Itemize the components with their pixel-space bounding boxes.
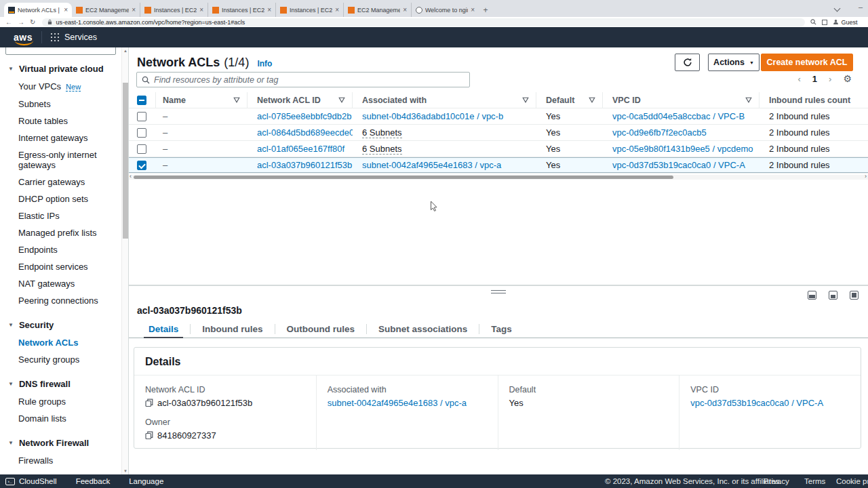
page-number[interactable]: 1 xyxy=(812,74,817,84)
sidebar-item-dhcp-option-sets[interactable]: DHCP option sets xyxy=(0,190,128,207)
subnets-popover-link[interactable]: 6 Subnets xyxy=(362,127,402,138)
sidebar-item-nat-gateways[interactable]: NAT gateways xyxy=(0,275,128,292)
associated-link[interactable]: subnet-0b4d36adabd10c01e / vpc-b xyxy=(362,111,503,121)
copy-icon[interactable] xyxy=(145,399,153,407)
sidebar-item-elastic-ips[interactable]: Elastic IPs xyxy=(0,207,128,224)
sidebar-item-firewall-policies[interactable]: Firewall policies xyxy=(0,469,128,474)
header-cell-name[interactable]: Name xyxy=(156,92,248,108)
create-network-acl-button[interactable]: Create network ACL xyxy=(761,54,853,71)
vpc-id-link[interactable]: vpc-0d9e6fb7f2ec0acb5 xyxy=(612,127,707,138)
scrollbar-thumb[interactable] xyxy=(134,176,673,179)
address-bar[interactable]: us-east-1.console.aws.amazon.com/vpc/hom… xyxy=(42,18,805,26)
acl-id-link[interactable]: acl-01af065ee167ff80f xyxy=(257,144,344,154)
info-link[interactable]: Info xyxy=(257,59,272,68)
footer-terms-link[interactable]: Terms xyxy=(804,474,825,488)
header-cell-vpc-id[interactable]: VPC ID xyxy=(603,92,760,108)
header-cell-default[interactable]: Default xyxy=(536,92,603,108)
panel-drag-handle-icon[interactable] xyxy=(491,290,506,293)
tabs-overflow-chevron-icon[interactable] xyxy=(834,5,841,12)
browser-tab[interactable]: Instances | EC2 Management Co × xyxy=(140,3,208,17)
services-menu-button[interactable]: Services xyxy=(51,33,97,42)
footer-language-link[interactable]: Language xyxy=(129,477,163,485)
layout-split-icon[interactable] xyxy=(829,291,837,300)
refresh-button[interactable] xyxy=(675,54,700,71)
side-panel-icon[interactable] xyxy=(822,20,827,25)
vpc-id-link[interactable]: vpc-0ca5dd04e5a8ccbac / VPC-B xyxy=(612,111,745,121)
actions-button[interactable]: Actions ▼ xyxy=(708,54,760,71)
row-checkbox-checked[interactable] xyxy=(137,161,146,170)
window-minimize-icon[interactable]: – xyxy=(859,3,863,11)
table-row[interactable]: – acl-01af065ee167ff80f 6 Subnets Yes vp… xyxy=(129,141,868,157)
filter-icon[interactable] xyxy=(745,97,752,103)
header-cell-inbound-count[interactable]: Inbound rules count xyxy=(760,92,868,108)
sidebar-scrollbar[interactable]: ▲ ▼ xyxy=(121,47,128,474)
row-checkbox[interactable] xyxy=(137,144,146,154)
scroll-up-icon[interactable]: ▲ xyxy=(123,49,127,53)
row-checkbox[interactable] xyxy=(137,112,146,121)
select-all-checkbox[interactable] xyxy=(137,96,146,105)
tab-subnet-associations[interactable]: Subnet associations xyxy=(367,320,479,338)
browser-tab[interactable]: Instances | EC2 Management Co × xyxy=(208,3,275,17)
copy-icon[interactable] xyxy=(145,431,153,440)
filter-icon[interactable] xyxy=(522,97,529,103)
acl-id-link[interactable]: acl-0785ee8ebbfc9db2b xyxy=(257,111,352,121)
scroll-right-icon[interactable]: › xyxy=(865,173,867,180)
scroll-left-icon[interactable]: ‹ xyxy=(130,173,132,180)
footer-feedback-link[interactable]: Feedback xyxy=(76,477,111,485)
tab-close-icon[interactable]: × xyxy=(335,6,339,14)
tab-close-icon[interactable]: × xyxy=(403,6,407,14)
acl-id-link[interactable]: acl-03a037b960121f53b xyxy=(257,160,352,170)
scrollbar-thumb[interactable] xyxy=(123,83,128,239)
sidebar-item-network-acls[interactable]: Network ACLs xyxy=(0,334,128,351)
filter-icon[interactable] xyxy=(233,97,240,103)
subnets-popover-link[interactable]: 6 Subnets xyxy=(362,144,402,155)
sidebar-item-rule-groups[interactable]: Rule groups xyxy=(0,393,128,410)
sidebar-item-egress-only-internet-gateways[interactable]: Egress-only internet gateways xyxy=(0,146,128,174)
header-cell-acl-id[interactable]: Network ACL ID xyxy=(248,92,353,108)
acl-id-link[interactable]: acl-0864d5bd689eecde0 xyxy=(257,127,353,138)
resource-filter-box[interactable] xyxy=(136,72,470,87)
sidebar-item-peering-connections[interactable]: Peering connections xyxy=(0,292,128,309)
section-header-security[interactable]: ▼ Security xyxy=(0,316,128,334)
browser-profile-chip[interactable]: Guest xyxy=(833,19,857,26)
tab-outbound-rules[interactable]: Outbound rules xyxy=(275,320,367,338)
associated-link[interactable]: subnet-0042af4965e4e1683 / vpc-a xyxy=(362,160,501,170)
forward-icon[interactable]: → xyxy=(18,18,24,26)
tab-tags[interactable]: Tags xyxy=(479,320,524,338)
sidebar-item-managed-prefix-lists[interactable]: Managed prefix lists xyxy=(0,224,128,241)
vpc-id-link[interactable]: vpc-05e9b80f1431b9ee5 / vpcdemo xyxy=(612,144,753,154)
prev-page-icon[interactable]: ‹ xyxy=(798,74,801,84)
tab-close-icon[interactable]: × xyxy=(64,6,68,14)
layout-full-icon[interactable] xyxy=(850,291,859,300)
sidebar-item-domain-lists[interactable]: Domain lists xyxy=(0,410,128,427)
header-cell-associated[interactable]: Associated with xyxy=(353,92,536,108)
sidebar-item-internet-gateways[interactable]: Internet gateways xyxy=(0,129,128,146)
section-header-network-firewall[interactable]: ▼ Network Firewall xyxy=(0,434,128,452)
table-row[interactable]: – acl-0864d5bd689eecde0 6 Subnets Yes vp… xyxy=(129,125,868,141)
back-icon[interactable]: ← xyxy=(5,18,12,26)
filter-icon[interactable] xyxy=(338,97,345,103)
filter-icon[interactable] xyxy=(589,97,595,103)
sidebar-item-endpoint-services[interactable]: Endpoint services xyxy=(0,258,128,275)
footer-privacy-link[interactable]: Privacy xyxy=(764,474,789,488)
table-row[interactable]: – acl-0785ee8ebbfc9db2b subnet-0b4d36ada… xyxy=(129,108,868,125)
sidebar-item-endpoints[interactable]: Endpoints xyxy=(0,241,128,258)
tab-details[interactable]: Details xyxy=(137,320,190,338)
filter-by-vpc-select[interactable] xyxy=(5,47,116,55)
aws-logo[interactable]: aws xyxy=(14,32,33,43)
tab-close-icon[interactable]: × xyxy=(199,6,203,14)
browser-tab-active[interactable]: Network ACLs | VPC Manageme × xyxy=(4,3,72,17)
section-header-dns-firewall[interactable]: ▼ DNS firewall xyxy=(0,375,128,393)
browser-tab[interactable]: EC2 Management Console × xyxy=(72,3,140,17)
new-tab-button[interactable]: + xyxy=(479,5,492,17)
footer-cloudshell-link[interactable]: CloudShell xyxy=(19,477,57,485)
associated-subnet-link[interactable]: subnet-0042af4965e4e1683 / vpc-a xyxy=(328,398,467,408)
tab-close-icon[interactable]: × xyxy=(471,6,475,14)
cloudshell-icon[interactable]: ›_ xyxy=(5,478,15,485)
table-row-selected[interactable]: – acl-03a037b960121f53b subnet-0042af496… xyxy=(129,157,868,174)
vpc-id-link[interactable]: vpc-0d37d53b19cac0ca0 / VPC-A xyxy=(612,160,745,170)
reload-icon[interactable]: ↻ xyxy=(30,18,35,26)
tab-close-icon[interactable]: × xyxy=(267,6,271,14)
sidebar-item-security-groups[interactable]: Security groups xyxy=(0,351,128,368)
zoom-icon[interactable] xyxy=(810,19,816,25)
